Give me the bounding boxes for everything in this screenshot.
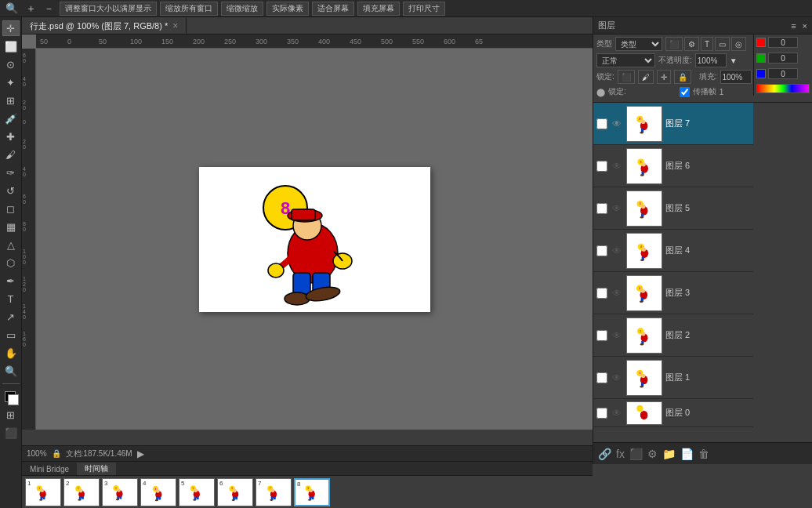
magic-wand-tool[interactable]: ✦ xyxy=(2,74,20,90)
group-icon[interactable]: 📁 xyxy=(662,448,676,460)
add-mask-icon[interactable]: ⬛ xyxy=(629,448,643,460)
zoom-mini-btn[interactable]: 缩微缩放 xyxy=(221,2,263,16)
layer-2-item[interactable]: 👁 2 图层 2 xyxy=(593,314,753,357)
heal-tool[interactable]: ✚ xyxy=(2,129,20,144)
select-rect-tool[interactable]: ⬜ xyxy=(2,38,20,54)
opacity-chevron[interactable]: ▼ xyxy=(730,56,738,65)
layer-2-checkbox[interactable] xyxy=(596,330,607,341)
layer-6-eye[interactable]: 👁 xyxy=(611,161,623,172)
main-canvas[interactable]: 8 xyxy=(199,167,430,312)
play-btn[interactable]: ▶ xyxy=(137,448,144,459)
lock-all-btn[interactable]: 🔒 xyxy=(674,70,691,84)
stamp-tool[interactable]: ✑ xyxy=(2,165,20,180)
new-layer-icon[interactable]: 📄 xyxy=(680,448,694,460)
layer-7-eye[interactable]: 👁 xyxy=(611,118,623,129)
actual-pixels-btn[interactable]: 实际像素 xyxy=(266,2,309,16)
zoom-out-icon[interactable]: － xyxy=(42,2,56,16)
layer-5-item[interactable]: 👁 5 图层 5 xyxy=(593,187,753,230)
lock-move-btn[interactable]: ✛ xyxy=(657,70,671,84)
dodge-tool[interactable]: ⬡ xyxy=(2,255,20,270)
zoom-icon[interactable]: 🔍 xyxy=(3,2,20,14)
fit-screen-btn[interactable]: 适合屏幕 xyxy=(312,2,354,16)
filter-adj-btn[interactable]: ⚙ xyxy=(684,37,699,51)
layers-expand-icon[interactable]: ≡ xyxy=(791,21,796,31)
layer-4-item[interactable]: 👁 4 图层 4 xyxy=(593,230,753,272)
filter-pixel-btn[interactable]: ⬛ xyxy=(665,37,683,51)
gradient-tool[interactable]: ▦ xyxy=(2,219,20,234)
lock-paint-btn[interactable]: 🖌 xyxy=(638,70,654,84)
layer-4-checkbox[interactable] xyxy=(596,245,607,256)
layer-3-checkbox[interactable] xyxy=(596,288,607,299)
layer-7-item[interactable]: 👁 8 图层 7 xyxy=(593,103,753,145)
document-tab[interactable]: 行走.psd @ 100% (图层 7, RGB/8) * × xyxy=(22,18,187,34)
print-size-btn[interactable]: 打印尺寸 xyxy=(403,2,445,16)
layer-2-eye[interactable]: 👁 xyxy=(611,330,623,341)
filter-shape-btn[interactable]: ▭ xyxy=(715,37,730,51)
text-tool[interactable]: T xyxy=(2,291,20,307)
history-tool[interactable]: ↺ xyxy=(2,183,20,198)
pen-tool[interactable]: ✒ xyxy=(2,273,20,288)
zoom-all-btn[interactable]: 缩放所有窗口 xyxy=(160,2,218,16)
frame-3[interactable]: 3 3 xyxy=(102,478,138,506)
frame-3-inner: 3 xyxy=(103,479,137,506)
layer-3-item[interactable]: 👁 3 图层 3 xyxy=(593,272,753,314)
filter-smart-btn[interactable]: ◎ xyxy=(731,37,746,51)
frame-7-inner: 7 xyxy=(256,479,291,506)
lasso-tool[interactable]: ⊙ xyxy=(2,56,20,72)
screen-mode-tool[interactable]: ⬛ xyxy=(2,425,20,441)
ruler-tick-300: 300 xyxy=(256,38,267,45)
type-select[interactable]: 类型 xyxy=(615,37,662,51)
layer-5-checkbox[interactable] xyxy=(596,203,607,214)
zoom-in-icon[interactable]: ＋ xyxy=(24,2,38,16)
shape-tool[interactable]: ▭ xyxy=(2,327,20,343)
mini-bridge-tab[interactable]: Mini Bridge xyxy=(22,463,77,475)
frame-1[interactable]: 1 1 xyxy=(25,478,61,506)
path-tool[interactable]: ↗ xyxy=(2,309,20,325)
frame-4[interactable]: 4 4 xyxy=(140,478,176,506)
filter-type-btn[interactable]: T xyxy=(701,37,713,51)
move-tool[interactable]: ✛ xyxy=(2,20,20,36)
layer-6-item[interactable]: 👁 6 图层 6 xyxy=(593,145,753,187)
layer-7-checkbox[interactable] xyxy=(596,118,607,129)
frame-7[interactable]: 7 7 xyxy=(256,478,292,506)
layer-style-icon[interactable]: fx xyxy=(616,448,625,460)
layer-6-checkbox[interactable] xyxy=(596,161,607,172)
quick-mask-tool[interactable]: ⊞ xyxy=(2,407,20,423)
layer-1-checkbox[interactable] xyxy=(596,372,607,383)
propagate-checkbox[interactable] xyxy=(680,87,690,97)
blur-tool[interactable]: △ xyxy=(2,237,20,252)
frame-8[interactable]: 8 8 xyxy=(294,478,330,506)
timeline-tab[interactable]: 时间轴 xyxy=(77,463,116,475)
blend-mode-select[interactable]: 正常 xyxy=(596,53,655,67)
ruler-tick-550: 550 xyxy=(412,38,424,45)
tab-close[interactable]: × xyxy=(172,20,178,31)
lock-transparent-btn[interactable]: ⬛ xyxy=(618,70,635,84)
adjustment-icon[interactable]: ⚙ xyxy=(647,448,658,460)
frame-2[interactable]: 2 2 xyxy=(63,478,100,506)
layer-0-checkbox[interactable] xyxy=(596,408,607,419)
layer-4-eye[interactable]: 👁 xyxy=(611,245,623,256)
delete-layer-icon[interactable]: 🗑 xyxy=(698,448,709,460)
zoom-tool[interactable]: 🔍 xyxy=(2,363,20,379)
ruler-tick-600: 600 xyxy=(444,38,455,45)
layer-1-eye[interactable]: 👁 xyxy=(611,372,623,383)
eyedropper-tool[interactable]: 💉 xyxy=(2,111,20,126)
fill-input[interactable] xyxy=(720,70,752,84)
hand-tool[interactable]: ✋ xyxy=(2,345,20,361)
link-layers-icon[interactable]: 🔗 xyxy=(598,448,611,460)
frame-5[interactable]: 5 5 xyxy=(179,478,215,506)
layer-0-item[interactable]: 👁 图层 0 xyxy=(593,399,753,427)
crop-tool[interactable]: ⊞ xyxy=(2,93,20,108)
layer-3-eye[interactable]: 👁 xyxy=(611,288,623,299)
layer-5-eye[interactable]: 👁 xyxy=(611,203,623,214)
fit-window-btn[interactable]: 调整窗口大小以满屏显示 xyxy=(60,2,157,16)
foreground-color[interactable] xyxy=(2,389,20,405)
layer-1-item[interactable]: 👁 1 图层 1 xyxy=(593,357,753,399)
brush-tool[interactable]: 🖌 xyxy=(2,147,20,162)
layer-0-eye[interactable]: 👁 xyxy=(611,408,623,419)
frame-6[interactable]: 6 6 xyxy=(217,478,253,506)
layers-close-icon[interactable]: × xyxy=(803,21,807,31)
opacity-input[interactable] xyxy=(695,53,727,67)
fill-screen-btn[interactable]: 填充屏幕 xyxy=(357,2,400,16)
eraser-tool[interactable]: ◻ xyxy=(2,201,20,216)
